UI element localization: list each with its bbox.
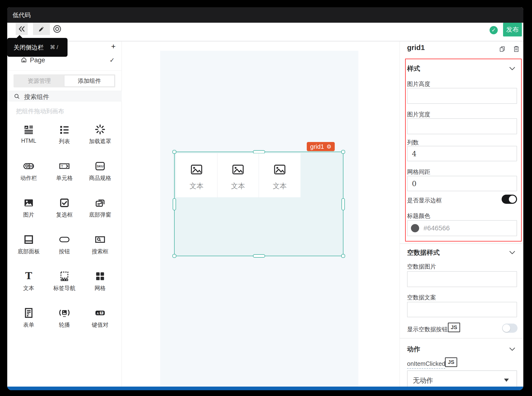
- palette-item-image[interactable]: 图片: [11, 191, 47, 228]
- check-glyph: ✓: [491, 27, 496, 33]
- divider: [7, 71, 122, 71]
- palette-item-grid[interactable]: 网格: [82, 265, 118, 301]
- svg-text:B: B: [101, 311, 102, 314]
- show-empty-button-label: 显示空数据按钮: [407, 325, 448, 333]
- grid1-component[interactable]: 文本 文本 文本: [176, 153, 300, 197]
- title-color-input[interactable]: #646566: [407, 220, 517, 236]
- grid-cell[interactable]: 文本: [176, 153, 218, 197]
- grid-cell[interactable]: 文本: [218, 153, 259, 197]
- palette-item-bottom-popup[interactable]: 底部弹窗: [82, 191, 118, 228]
- collapse-sidebar-button[interactable]: [16, 23, 28, 35]
- list-icon: [59, 123, 70, 136]
- js-badge[interactable]: JS: [445, 357, 457, 367]
- bottom-popup-icon: [95, 197, 106, 209]
- chevron-down-icon[interactable]: [509, 347, 515, 351]
- selection-handle-right[interactable]: [341, 198, 345, 210]
- chevron-down-icon[interactable]: [509, 67, 515, 70]
- selection-handle-bottom-right[interactable]: [341, 254, 345, 258]
- svg-text:A: A: [97, 312, 99, 315]
- palette-item-cell[interactable]: T 单元格: [47, 155, 82, 191]
- form-icon: [23, 307, 34, 319]
- color-swatch[interactable]: [411, 224, 419, 232]
- chevron-down-icon[interactable]: [509, 251, 515, 254]
- selected-component-tag[interactable]: grid1 ⚙: [307, 142, 335, 151]
- selection-handle-top-right[interactable]: [341, 150, 345, 154]
- edit-mode-button[interactable]: [33, 23, 50, 35]
- selected-component-name: grid1: [310, 143, 324, 150]
- loading-spinner-icon: [95, 123, 106, 136]
- palette-item-checkbox[interactable]: 复选框: [47, 191, 82, 228]
- image-height-input[interactable]: [407, 88, 517, 104]
- show-border-toggle[interactable]: [502, 195, 517, 204]
- palette-item-label: 图片: [23, 211, 34, 219]
- selection-handle-left[interactable]: [173, 198, 176, 210]
- section-action-header[interactable]: 动作: [407, 345, 420, 354]
- palette-item-list[interactable]: 列表: [47, 118, 82, 155]
- tooltip-text: 关闭侧边栏: [14, 43, 44, 51]
- palette-item-button[interactable]: 按钮: [47, 228, 82, 265]
- toolbar: [7, 23, 523, 42]
- gear-icon: ⚙: [327, 143, 332, 150]
- palette-item-sku[interactable]: SKU 商品规格: [82, 155, 118, 191]
- page-item-label: Page: [30, 57, 45, 64]
- tab-add-component[interactable]: 添加组件: [64, 75, 115, 87]
- selection-handle-bottom[interactable]: [253, 254, 265, 258]
- columns-input[interactable]: [407, 146, 517, 161]
- selection-handle-top[interactable]: [253, 150, 265, 154]
- action-select-value: 无动作: [413, 376, 433, 385]
- grid-gap-input[interactable]: [407, 176, 517, 191]
- add-page-button[interactable]: +: [109, 42, 118, 51]
- image-placeholder-icon: [190, 163, 203, 176]
- empty-image-input[interactable]: [407, 271, 517, 287]
- checkbox-icon: [59, 197, 70, 209]
- button-icon: [59, 233, 70, 246]
- show-empty-button-toggle[interactable]: [502, 324, 518, 333]
- palette-item-loading-mask[interactable]: 加载遮罩: [82, 118, 118, 155]
- palette-item-carousel[interactable]: 轮播: [47, 301, 82, 338]
- svg-text:T: T: [61, 164, 63, 168]
- sidebar: + Page ✓ 资源管理 添加组件 搜索组件 把组件拖动到画布 HT: [7, 42, 122, 387]
- image-width-input[interactable]: [407, 118, 517, 134]
- double-chevron-left-icon: [18, 25, 26, 33]
- palette-item-action-bar[interactable]: 10 动作栏: [11, 155, 47, 191]
- app-window: 低代码 ✓ 发布 关闭侧边栏 ⌘ / + Page ✓ 资源管理: [7, 7, 523, 390]
- grid-cell[interactable]: 文本: [259, 153, 300, 197]
- publish-button[interactable]: 发布: [503, 23, 522, 36]
- duplicate-component-button[interactable]: [499, 45, 506, 53]
- section-empty-data-header[interactable]: 空数据样式: [407, 248, 440, 257]
- palette-item-label: 键值对: [92, 321, 109, 329]
- palette-item-form[interactable]: 表单: [11, 301, 47, 338]
- sidebar-item-page[interactable]: Page ✓: [7, 56, 122, 65]
- tooltip-close-sidebar: 关闭侧边栏 ⌘ /: [7, 38, 68, 57]
- palette-item-tab-nav[interactable]: 标签导航: [47, 265, 82, 301]
- preview-icon[interactable]: [53, 24, 62, 34]
- palette-item-label: 搜索框: [92, 248, 109, 255]
- selection-handle-bottom-left[interactable]: [172, 254, 176, 258]
- bottom-panel-icon: [23, 233, 34, 246]
- section-style-header[interactable]: 样式: [407, 64, 420, 73]
- palette-item-key-value[interactable]: AB 键值对: [82, 301, 118, 338]
- palette-item-bottom-panel[interactable]: 底部面板: [11, 228, 47, 265]
- caret-down-icon: [504, 379, 509, 382]
- palette-item-label: 列表: [59, 138, 70, 145]
- palette-item-html[interactable]: HTML: [11, 118, 47, 155]
- component-search-input[interactable]: 搜索组件: [7, 91, 122, 101]
- tab-resource-management[interactable]: 资源管理: [14, 75, 64, 87]
- palette-item-label: 按钮: [59, 248, 70, 255]
- palette-item-label: 复选框: [56, 211, 73, 219]
- sidebar-tabs: 资源管理 添加组件: [14, 74, 115, 87]
- palette-item-label: 底部面板: [18, 248, 40, 255]
- selection-handle-top-left[interactable]: [172, 150, 176, 154]
- palette-item-label: 表单: [23, 321, 34, 329]
- delete-component-button[interactable]: [513, 45, 520, 53]
- js-badge[interactable]: JS: [448, 323, 460, 332]
- empty-text-input[interactable]: [407, 302, 517, 317]
- palette-item-search-box[interactable]: 搜索框: [82, 228, 118, 265]
- grid-cell-text: 文本: [231, 181, 245, 191]
- title-color-label: 标题颜色: [407, 212, 430, 220]
- palette-item-text[interactable]: T 文本: [11, 265, 47, 301]
- palette-item-label: HTML: [21, 138, 36, 144]
- empty-image-label: 空数据图片: [407, 263, 436, 270]
- panel-divider: [400, 42, 400, 387]
- palette-item-label: 标签导航: [53, 284, 75, 292]
